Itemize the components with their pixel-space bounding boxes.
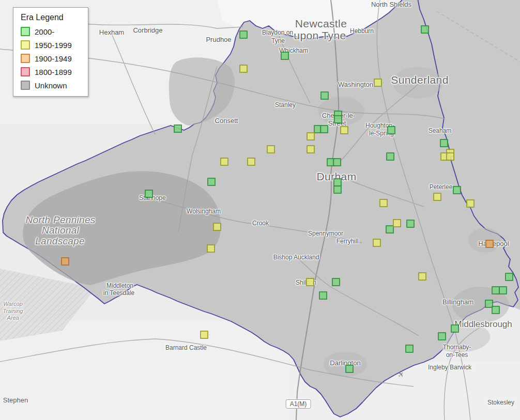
legend-title: Era Legend (21, 13, 82, 22)
map-marker-2000[interactable] (332, 278, 340, 286)
legend-item-1800: 1800-1899 (21, 67, 82, 76)
map-marker-1950[interactable] (306, 278, 314, 286)
map-marker-2000[interactable] (319, 291, 327, 300)
map-marker-2000[interactable] (386, 152, 394, 161)
map-marker-1950[interactable] (307, 145, 315, 153)
legend-item-label: Unknown (35, 81, 67, 90)
map-marker-1950[interactable] (307, 132, 315, 141)
swatch-1900-icon (21, 54, 30, 63)
map-marker-2000[interactable] (453, 186, 461, 194)
map-marker-1950[interactable] (247, 158, 255, 166)
urban-patch (468, 228, 501, 253)
legend-item-1900: 1900-1949 (21, 54, 82, 63)
map-marker-2000[interactable] (438, 332, 446, 340)
map-marker-2000[interactable] (145, 190, 153, 198)
swatch-1950-icon (21, 40, 30, 50)
map-marker-1950[interactable] (213, 223, 221, 231)
map-marker-2000[interactable] (499, 286, 507, 294)
map-marker-1950[interactable] (433, 193, 441, 201)
map-marker-2000[interactable] (174, 125, 182, 133)
legend-item-label: 1900-1949 (35, 54, 72, 63)
swatch-2000-icon (21, 27, 30, 36)
map-marker-2000[interactable] (281, 52, 289, 60)
map-marker-2000[interactable] (451, 324, 459, 333)
map-marker-2000[interactable] (406, 220, 415, 228)
map-marker-1950[interactable] (466, 199, 475, 208)
map-marker-1950[interactable] (267, 145, 275, 153)
map-marker-2000[interactable] (505, 273, 513, 281)
map-marker-1950[interactable] (207, 244, 215, 253)
map-marker-1950[interactable] (220, 158, 228, 166)
map-marker-1950[interactable] (393, 219, 401, 227)
map-marker-2000[interactable] (334, 115, 342, 123)
map-marker-1950[interactable] (379, 199, 388, 207)
map-marker-1950[interactable] (200, 331, 208, 339)
map-marker-1950[interactable] (446, 152, 454, 161)
map-marker-2000[interactable] (440, 139, 448, 147)
urban-patch (393, 67, 442, 98)
map-marker-2000[interactable] (207, 178, 216, 186)
map-marker-1950[interactable] (418, 272, 426, 281)
map-marker-1900[interactable] (61, 257, 69, 266)
map-marker-2000[interactable] (405, 345, 414, 353)
legend-item-2000: 2000- (21, 27, 82, 36)
map-marker-2000[interactable] (320, 91, 329, 100)
map-marker-1950[interactable] (374, 79, 382, 87)
legend-item-1950: 1950-1999 (21, 40, 82, 50)
map-marker-2000[interactable] (333, 185, 342, 194)
map-marker-1900[interactable] (485, 240, 494, 248)
legend-item-label: 1950-1999 (35, 41, 72, 50)
legend-item-unknown: Unknown (21, 81, 82, 90)
map-marker-2000[interactable] (492, 306, 500, 314)
map-marker-2000[interactable] (387, 126, 395, 134)
map-marker-1950[interactable] (340, 126, 348, 134)
swatch-unknown-icon (21, 81, 30, 90)
map-marker-1950[interactable] (239, 65, 248, 73)
map-marker-2000[interactable] (333, 158, 341, 166)
legend-item-label: 2000- (35, 27, 54, 36)
road-shield-a1m: A1(M) (286, 399, 311, 409)
map-canvas[interactable]: HexhamCorbridgePrudhoeNorth ShieldsNewca… (0, 0, 520, 420)
map-marker-1950[interactable] (373, 239, 381, 247)
legend-item-label: 1800-1899 (35, 68, 72, 76)
map-marker-2000[interactable] (320, 125, 328, 133)
era-legend: Era Legend 2000- 1950-1999 1900-1949 180… (13, 7, 88, 97)
swatch-1800-icon (21, 67, 30, 76)
map-marker-2000[interactable] (345, 365, 354, 373)
map-marker-2000[interactable] (421, 25, 429, 34)
map-marker-2000[interactable] (239, 30, 248, 39)
